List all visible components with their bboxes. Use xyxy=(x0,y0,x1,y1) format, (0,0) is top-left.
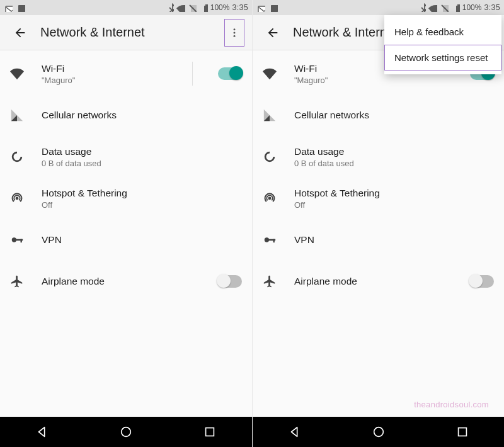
battery-icon xyxy=(451,3,460,12)
data-usage-icon xyxy=(263,150,277,164)
page-title: Network & Internet xyxy=(293,25,398,40)
status-bar: 100% 3:35 xyxy=(253,0,504,15)
airplane-icon xyxy=(10,274,24,288)
cellular-title: Cellular networks xyxy=(42,110,242,121)
gmail-icon xyxy=(4,3,13,12)
battery-icon xyxy=(199,3,208,12)
airplane-icon xyxy=(263,274,277,288)
hotspot-title: Hotspot & Tethering xyxy=(42,188,242,199)
signal-icon xyxy=(10,108,24,122)
row-vpn[interactable]: VPN xyxy=(253,219,504,261)
vpn-key-icon xyxy=(263,233,277,247)
no-sim-icon xyxy=(188,3,197,12)
nav-back-button[interactable] xyxy=(288,425,302,439)
picture-icon xyxy=(269,3,278,12)
bluetooth-icon xyxy=(165,3,174,12)
overflow-menu: Help & feedback Network settings reset xyxy=(384,15,501,74)
cellular-title: Cellular networks xyxy=(294,110,494,121)
nav-bar xyxy=(0,417,252,447)
row-airplane[interactable]: Airplane mode xyxy=(0,261,252,302)
screenshot-left: 100% 3:35 Network & Internet Wi-Fi "Magu… xyxy=(0,0,252,447)
toolbar: Network & Internet xyxy=(0,15,252,50)
hotspot-title: Hotspot & Tethering xyxy=(294,188,494,199)
vpn-title: VPN xyxy=(294,234,494,246)
menu-item-network-reset[interactable]: Network settings reset xyxy=(384,45,501,71)
vpn-key-icon xyxy=(10,233,24,247)
back-arrow-icon xyxy=(13,26,27,40)
wifi-status-icon xyxy=(176,3,185,12)
hotspot-icon xyxy=(263,191,277,205)
airplane-toggle[interactable] xyxy=(218,275,242,288)
row-hotspot[interactable]: Hotspot & Tethering Off xyxy=(0,178,252,219)
divider xyxy=(192,62,193,86)
data-title: Data usage xyxy=(294,146,494,157)
settings-list: Wi-Fi "Maguro" Cellular networks Data us… xyxy=(253,50,504,417)
data-subtitle: 0 B of data used xyxy=(42,159,242,168)
nav-home-button[interactable] xyxy=(372,425,386,439)
wifi-toggle[interactable] xyxy=(218,67,242,80)
wifi-subtitle: "Maguro" xyxy=(42,76,176,85)
airplane-title: Airplane mode xyxy=(42,276,202,287)
row-cellular[interactable]: Cellular networks xyxy=(0,94,252,136)
clock: 3:35 xyxy=(484,3,500,12)
airplane-toggle[interactable] xyxy=(470,275,494,288)
more-vert-icon xyxy=(229,27,240,38)
wifi-icon xyxy=(10,67,24,81)
row-cellular[interactable]: Cellular networks xyxy=(253,94,504,136)
row-data-usage[interactable]: Data usage 0 B of data used xyxy=(0,136,252,178)
wifi-icon xyxy=(263,67,277,81)
hotspot-icon xyxy=(10,191,24,205)
clock: 3:35 xyxy=(232,3,248,12)
signal-icon xyxy=(263,108,277,122)
menu-item-help[interactable]: Help & feedback xyxy=(384,19,501,45)
data-subtitle: 0 B of data used xyxy=(294,159,494,168)
watermark: theandroidsoul.com xyxy=(414,400,489,409)
vpn-title: VPN xyxy=(42,234,242,246)
nav-recent-button[interactable] xyxy=(203,425,217,439)
data-title: Data usage xyxy=(42,146,242,157)
back-arrow-icon xyxy=(266,26,280,40)
screenshot-right: 100% 3:35 Network & Internet Help & feed… xyxy=(252,0,504,447)
nav-home-button[interactable] xyxy=(119,425,133,439)
bluetooth-icon xyxy=(417,3,426,12)
nav-bar xyxy=(253,417,504,447)
picture-icon xyxy=(16,3,25,12)
row-airplane[interactable]: Airplane mode xyxy=(253,261,504,302)
page-title: Network & Internet xyxy=(40,25,145,40)
battery-percent: 100% xyxy=(210,3,230,12)
data-usage-icon xyxy=(10,150,24,164)
status-bar: 100% 3:35 xyxy=(0,0,252,15)
nav-recent-button[interactable] xyxy=(455,425,469,439)
battery-percent: 100% xyxy=(462,3,482,12)
no-sim-icon xyxy=(440,3,449,12)
row-data-usage[interactable]: Data usage 0 B of data used xyxy=(253,136,504,178)
back-button[interactable] xyxy=(8,20,33,45)
settings-list: Wi-Fi "Maguro" Cellular networks Data us… xyxy=(0,50,252,417)
airplane-title: Airplane mode xyxy=(294,276,454,287)
row-hotspot[interactable]: Hotspot & Tethering Off xyxy=(253,178,504,219)
overflow-menu-button[interactable] xyxy=(224,19,244,47)
wifi-status-icon xyxy=(428,3,437,12)
gmail-icon xyxy=(256,3,265,12)
nav-back-button[interactable] xyxy=(35,425,49,439)
hotspot-subtitle: Off xyxy=(42,200,242,210)
hotspot-subtitle: Off xyxy=(294,200,494,210)
wifi-title: Wi-Fi xyxy=(42,63,176,74)
row-vpn[interactable]: VPN xyxy=(0,219,252,261)
back-button[interactable] xyxy=(260,20,285,45)
wifi-subtitle: "Maguro" xyxy=(294,76,454,85)
row-wifi[interactable]: Wi-Fi "Maguro" xyxy=(0,53,252,94)
